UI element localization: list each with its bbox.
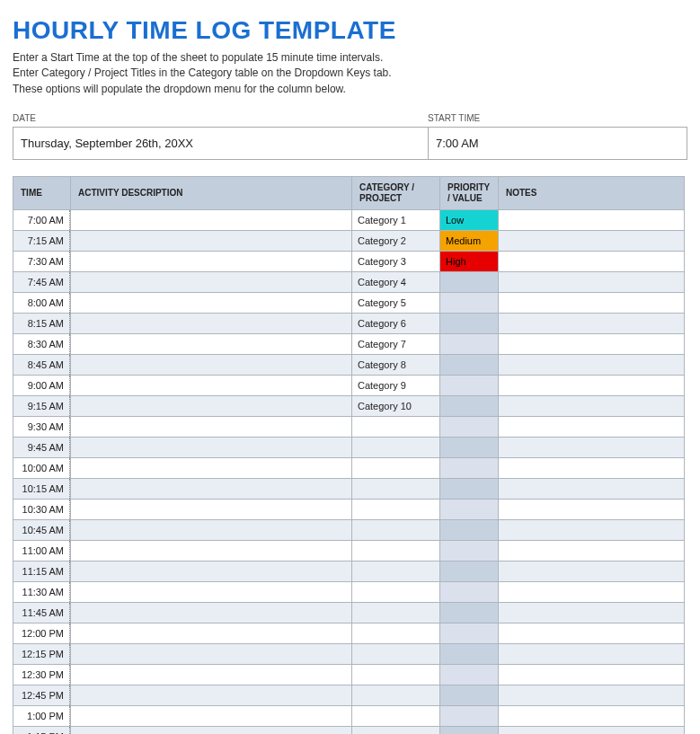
notes-cell[interactable] <box>499 685 684 705</box>
priority-cell[interactable] <box>440 500 498 519</box>
priority-cell[interactable] <box>440 314 498 333</box>
starttime-input[interactable]: 7:00 AM <box>429 128 490 159</box>
priority-cell[interactable] <box>440 355 498 375</box>
category-cell[interactable] <box>352 623 439 643</box>
activity-cell[interactable] <box>71 272 351 292</box>
activity-cell[interactable] <box>71 252 351 271</box>
category-cell[interactable]: Category 10 <box>352 396 439 416</box>
activity-cell[interactable] <box>71 458 351 478</box>
notes-cell[interactable] <box>499 458 684 478</box>
priority-cell[interactable] <box>440 376 498 395</box>
priority-cell[interactable] <box>440 644 498 664</box>
priority-cell[interactable] <box>440 541 498 561</box>
category-cell[interactable] <box>352 665 439 685</box>
category-cell[interactable]: Category 6 <box>352 314 439 333</box>
category-cell[interactable] <box>352 541 439 561</box>
notes-cell[interactable] <box>499 541 684 561</box>
priority-cell[interactable] <box>440 582 498 602</box>
priority-cell[interactable] <box>440 293 498 313</box>
category-cell[interactable] <box>352 458 439 478</box>
priority-cell[interactable] <box>440 334 498 354</box>
activity-cell[interactable] <box>71 293 351 313</box>
notes-cell[interactable] <box>499 417 684 437</box>
notes-cell[interactable] <box>499 272 684 292</box>
activity-cell[interactable] <box>71 644 351 664</box>
priority-cell[interactable] <box>440 396 498 416</box>
activity-cell[interactable] <box>71 706 351 726</box>
activity-cell[interactable] <box>71 479 351 499</box>
category-cell[interactable] <box>352 727 439 734</box>
priority-cell[interactable] <box>440 438 498 457</box>
activity-cell[interactable] <box>71 582 351 602</box>
priority-cell[interactable] <box>440 685 498 705</box>
notes-cell[interactable] <box>499 520 684 540</box>
priority-cell[interactable] <box>440 417 498 437</box>
category-cell[interactable] <box>352 644 439 664</box>
notes-cell[interactable] <box>499 231 684 251</box>
activity-cell[interactable] <box>71 727 351 734</box>
category-cell[interactable] <box>352 438 439 457</box>
activity-cell[interactable] <box>71 541 351 561</box>
notes-cell[interactable] <box>499 438 684 457</box>
notes-cell[interactable] <box>499 665 684 685</box>
notes-cell[interactable] <box>499 500 684 519</box>
notes-cell[interactable] <box>499 603 684 623</box>
activity-cell[interactable] <box>71 334 351 354</box>
activity-cell[interactable] <box>71 314 351 333</box>
priority-cell[interactable] <box>440 623 498 643</box>
category-cell[interactable] <box>352 417 439 437</box>
activity-cell[interactable] <box>71 665 351 685</box>
notes-cell[interactable] <box>499 210 684 230</box>
priority-cell[interactable]: Low <box>440 210 498 230</box>
notes-cell[interactable] <box>499 334 684 354</box>
activity-cell[interactable] <box>71 417 351 437</box>
activity-cell[interactable] <box>71 623 351 643</box>
activity-cell[interactable] <box>71 376 351 395</box>
notes-cell[interactable] <box>499 727 684 734</box>
priority-cell[interactable] <box>440 272 498 292</box>
category-cell[interactable]: Category 8 <box>352 355 439 375</box>
activity-cell[interactable] <box>71 500 351 519</box>
activity-cell[interactable] <box>71 438 351 457</box>
priority-cell[interactable] <box>440 479 498 499</box>
notes-cell[interactable] <box>499 355 684 375</box>
category-cell[interactable] <box>352 479 439 499</box>
category-cell[interactable]: Category 5 <box>352 293 439 313</box>
category-cell[interactable] <box>352 582 439 602</box>
priority-cell[interactable] <box>440 520 498 540</box>
category-cell[interactable]: Category 1 <box>352 210 439 230</box>
priority-cell[interactable] <box>440 603 498 623</box>
notes-cell[interactable] <box>499 582 684 602</box>
notes-cell[interactable] <box>499 293 684 313</box>
category-cell[interactable] <box>352 685 439 705</box>
activity-cell[interactable] <box>71 562 351 581</box>
activity-cell[interactable] <box>71 396 351 416</box>
activity-cell[interactable] <box>71 685 351 705</box>
category-cell[interactable] <box>352 500 439 519</box>
activity-cell[interactable] <box>71 231 351 251</box>
notes-cell[interactable] <box>499 376 684 395</box>
priority-cell[interactable] <box>440 458 498 478</box>
priority-cell[interactable]: Medium <box>440 231 498 251</box>
priority-cell[interactable] <box>440 706 498 726</box>
category-cell[interactable]: Category 2 <box>352 231 439 251</box>
notes-cell[interactable] <box>499 479 684 499</box>
priority-cell[interactable] <box>440 665 498 685</box>
category-cell[interactable] <box>352 520 439 540</box>
category-cell[interactable]: Category 7 <box>352 334 439 354</box>
category-cell[interactable]: Category 3 <box>352 252 439 271</box>
activity-cell[interactable] <box>71 603 351 623</box>
category-cell[interactable]: Category 9 <box>352 376 439 395</box>
activity-cell[interactable] <box>71 210 351 230</box>
priority-cell[interactable] <box>440 562 498 581</box>
notes-cell[interactable] <box>499 396 684 416</box>
notes-cell[interactable] <box>499 644 684 664</box>
category-cell[interactable]: Category 4 <box>352 272 439 292</box>
notes-cell[interactable] <box>499 623 684 643</box>
category-cell[interactable] <box>352 562 439 581</box>
category-cell[interactable] <box>352 706 439 726</box>
category-cell[interactable] <box>352 603 439 623</box>
priority-cell[interactable] <box>440 727 498 734</box>
notes-cell[interactable] <box>499 252 684 271</box>
date-input[interactable]: Thursday, September 26th, 20XX <box>13 128 429 159</box>
